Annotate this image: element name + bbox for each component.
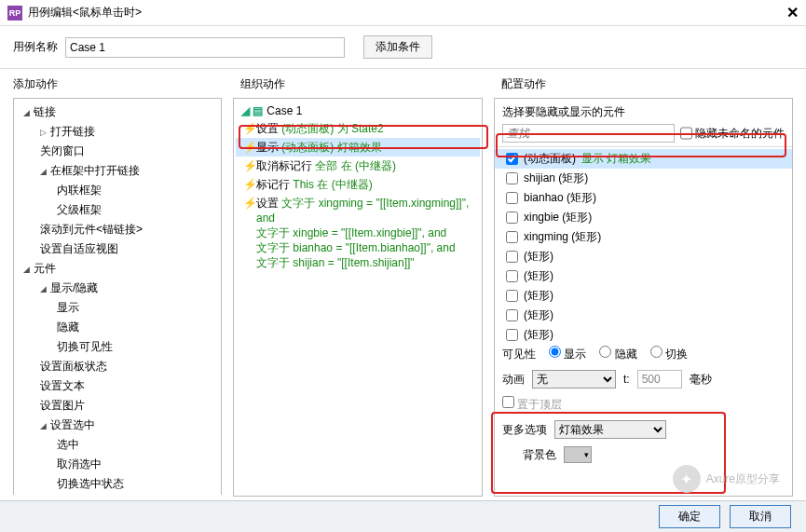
action-unmark[interactable]: ⚡取消标记行 全部 在 (中继器): [236, 157, 480, 175]
animation-select[interactable]: 无: [532, 370, 616, 389]
widget-list: (动态面板) 显示 灯箱效果 shijian (矩形) bianhao (矩形)…: [495, 146, 792, 342]
window-title: 用例编辑<鼠标单击时>: [28, 5, 786, 20]
list-item[interactable]: (矩形): [495, 286, 792, 306]
bg-color-label: 背景色: [523, 447, 556, 463]
action-set-panel[interactable]: ⚡设置 (动态面板) 为 State2: [236, 119, 480, 138]
tree-item[interactable]: 切换选中状态: [14, 474, 221, 494]
visibility-show-radio[interactable]: 显示: [543, 346, 586, 362]
more-options-label: 更多选项: [502, 422, 547, 438]
configure-action-header: 配置动作: [488, 75, 806, 98]
search-input[interactable]: [502, 124, 675, 143]
tree-item[interactable]: 设置列表选中项: [14, 494, 221, 495]
list-item[interactable]: (动态面板) 显示 灯箱效果: [495, 149, 792, 169]
tree-item[interactable]: 关闭窗口: [14, 142, 221, 161]
duration-input[interactable]: [637, 370, 682, 389]
tree-item[interactable]: 选中: [14, 435, 221, 455]
action-set-text[interactable]: ⚡设置 文字于 xingming = "[[Item.xingming]]", …: [236, 194, 480, 272]
tree-item[interactable]: 显示/隐藏: [14, 279, 221, 298]
tree-item[interactable]: 滚动到元件<锚链接>: [14, 220, 221, 239]
tree-item[interactable]: 设置自适应视图: [14, 239, 221, 259]
add-condition-button[interactable]: 添加条件: [363, 35, 432, 59]
tree-item[interactable]: 取消选中: [14, 455, 221, 474]
tree-item[interactable]: 切换可见性: [14, 337, 221, 357]
list-item[interactable]: (矩形): [495, 306, 792, 325]
list-item[interactable]: xingming (矩形): [495, 227, 792, 247]
bg-color-picker[interactable]: [564, 446, 592, 463]
close-icon[interactable]: ✕: [786, 4, 799, 21]
tree-item[interactable]: 父级框架: [14, 200, 221, 220]
tree-item[interactable]: 显示: [14, 298, 221, 318]
tree-group-link[interactable]: 链接: [14, 102, 221, 122]
case-name-label: 用例名称: [13, 39, 58, 55]
t-label: t:: [623, 373, 630, 386]
app-icon: RP: [7, 6, 22, 20]
ok-button[interactable]: 确定: [659, 505, 720, 528]
list-item[interactable]: xingbie (矩形): [495, 208, 792, 227]
tree-group-widget[interactable]: 元件: [14, 259, 221, 279]
tree-item[interactable]: 设置图片: [14, 396, 221, 416]
select-widget-label: 选择要隐藏或显示的元件: [495, 99, 792, 124]
tree-item[interactable]: 隐藏: [14, 318, 221, 337]
tree-item[interactable]: 打开链接: [14, 122, 221, 142]
list-item[interactable]: (矩形): [495, 247, 792, 266]
case-title[interactable]: ◢ ▤Case 1: [236, 102, 480, 119]
more-options-select[interactable]: 灯箱效果: [554, 420, 666, 439]
ms-label: 毫秒: [690, 372, 712, 388]
list-item[interactable]: bianhao (矩形): [495, 188, 792, 208]
visibility-hide-radio[interactable]: 隐藏: [594, 346, 636, 362]
action-show[interactable]: ⚡显示 (动态面板) 灯箱效果: [236, 138, 480, 157]
tree-item[interactable]: 设置面板状态: [14, 357, 221, 376]
list-item[interactable]: (矩形): [495, 266, 792, 286]
bring-to-front-checkbox[interactable]: 置于顶层: [502, 396, 562, 413]
list-item[interactable]: (矩形): [495, 325, 792, 342]
tree-item[interactable]: 在框架中打开链接: [14, 161, 221, 181]
case-name-input[interactable]: [65, 37, 345, 58]
cancel-button[interactable]: 取消: [730, 505, 791, 528]
animation-label: 动画: [502, 372, 525, 388]
tree-item[interactable]: 设置选中: [14, 416, 221, 435]
tree-item[interactable]: 设置文本: [14, 376, 221, 396]
organize-action-header: 组织动作: [227, 75, 488, 98]
hide-unnamed-checkbox[interactable]: 隐藏未命名的元件: [680, 124, 785, 143]
add-action-header: 添加动作: [0, 75, 227, 98]
list-item[interactable]: shijian (矩形): [495, 169, 792, 188]
action-mark[interactable]: ⚡标记行 This 在 (中继器): [236, 175, 480, 194]
visibility-label: 可见性: [502, 347, 536, 362]
tree-item[interactable]: 内联框架: [14, 181, 221, 200]
visibility-toggle-radio[interactable]: 切换: [645, 346, 688, 362]
